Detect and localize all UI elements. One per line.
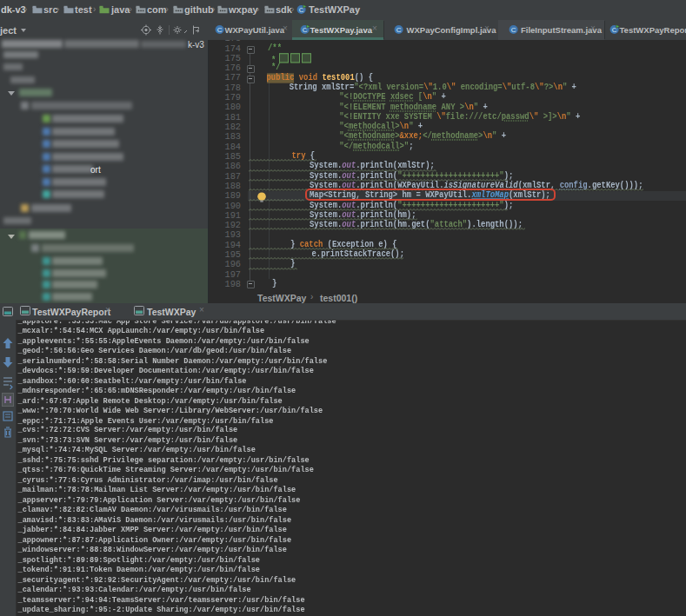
svg-text:C: C xyxy=(511,26,516,34)
svg-text:C: C xyxy=(217,26,223,34)
svg-text:C: C xyxy=(396,26,402,34)
